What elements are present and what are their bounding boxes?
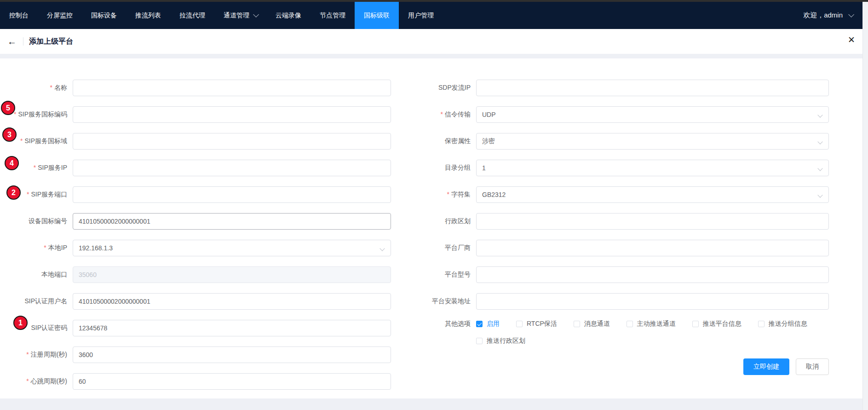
nav-tab-label: 节点管理	[320, 12, 345, 20]
name-input[interactable]	[73, 80, 391, 96]
form-row-sip-gb-code: SIP服务国标编码	[0, 101, 391, 128]
form-row-local-ip: 本地IP 192.168.1.3	[0, 235, 391, 261]
nav-tab-gb-cascade-active[interactable]: 国标级联	[355, 2, 399, 29]
local-ip-select[interactable]: 192.168.1.3	[73, 240, 391, 256]
annotation-marker-4: 4	[5, 156, 19, 170]
checkbox-icon	[758, 321, 765, 327]
nav-tab-node-mgmt[interactable]: 节点管理	[310, 2, 355, 29]
nav-tab-label: 控制台	[9, 12, 29, 20]
user-menu[interactable]: 欢迎，admin	[803, 2, 852, 29]
sip-server-port-input[interactable]	[73, 186, 391, 203]
select-value: GB2312	[482, 191, 506, 198]
field-label: 平台型号	[359, 271, 476, 279]
annotation-marker-1: 1	[13, 316, 28, 330]
field-label: 平台安装地址	[359, 297, 476, 306]
nav-tab-channel-mgmt[interactable]: 通道管理	[214, 2, 266, 29]
checkbox-label: 主动推送通道	[637, 320, 676, 328]
checkbox-message-channel[interactable]: 消息通道	[574, 320, 610, 328]
chevron-down-icon	[817, 166, 822, 171]
sip-auth-password-input[interactable]	[73, 320, 391, 336]
field-label: 心跳周期(秒)	[0, 377, 73, 386]
sdp-ip-input[interactable]	[476, 80, 829, 96]
form-row-sip-gb-domain: SIP服务国标域	[0, 128, 391, 155]
platform-vendor-input[interactable]	[476, 240, 829, 256]
nav-tab-cloud-record[interactable]: 云端录像	[266, 2, 310, 29]
chevron-down-icon	[848, 12, 854, 17]
form-right-column: SDP发流IP 信令传输 UDP 保密属性 涉密 目录分组	[359, 75, 829, 380]
form-left-column: 名称 SIP服务国标编码 SIP服务国标域 SIP服务IP SIP服务端口 设备…	[0, 75, 391, 395]
nav-tab-pull-proxy[interactable]: 拉流代理	[170, 2, 214, 29]
nav-tab-label: 国标级联	[364, 12, 390, 20]
device-gb-id-input[interactable]	[73, 213, 391, 230]
checkbox-label: RTCP保活	[527, 320, 557, 328]
nav-tab-label: 国标设备	[91, 12, 117, 20]
nav-tab-user-mgmt[interactable]: 用户管理	[399, 2, 443, 29]
signal-transport-select[interactable]: UDP	[476, 106, 829, 123]
select-value: 涉密	[482, 137, 495, 145]
form-row-name: 名称	[0, 75, 391, 101]
annotation-marker-2: 2	[6, 185, 21, 200]
sip-gb-domain-input[interactable]	[73, 133, 391, 150]
select-value: 192.168.1.3	[79, 244, 113, 252]
checkbox-push-platform-info[interactable]: 推送平台信息	[692, 320, 742, 328]
nav-tab-gb-devices[interactable]: 国标设备	[82, 2, 126, 29]
checkbox-icon	[476, 338, 483, 344]
nav-tab-push-list[interactable]: 推流列表	[126, 2, 170, 29]
checkbox-active-push-channel[interactable]: 主动推送通道	[627, 320, 676, 328]
heartbeat-period-input[interactable]	[73, 373, 391, 390]
top-navigation-bar: 控制台 分屏监控 国标设备 推流列表 拉流代理 通道管理 云端录像 节点管理 国…	[0, 2, 868, 29]
field-label: SIP认证密码	[0, 324, 73, 332]
form-row-device-gb-id: 设备国标编号	[0, 208, 391, 235]
checkbox-label: 推送行政区划	[487, 337, 525, 345]
field-label: 信令传输	[359, 110, 476, 119]
checkbox-icon	[627, 321, 633, 327]
cancel-button[interactable]: 取消	[796, 358, 829, 375]
field-label: 本地IP	[0, 244, 73, 252]
sip-server-ip-input[interactable]	[73, 160, 391, 176]
form-header-bar: ← 添加上级平台 ✕	[0, 29, 868, 54]
nav-tab-label: 分屏监控	[47, 12, 73, 20]
user-greeting: 欢迎，admin	[803, 11, 843, 20]
form-row-other-options: 其他选项 启用 RTCP保活 消息通道 主动推送通道	[359, 315, 829, 333]
form-row-register-period: 注册周期(秒)	[0, 341, 391, 368]
vertical-scrollbar[interactable]	[862, 2, 868, 410]
form-row-sip-server-port: SIP服务端口	[0, 181, 391, 208]
close-icon[interactable]: ✕	[848, 35, 855, 44]
checkbox-push-group-info[interactable]: 推送分组信息	[758, 320, 807, 328]
local-port-input-disabled	[73, 266, 391, 283]
chevron-down-icon	[817, 112, 822, 117]
checkbox-icon	[516, 321, 523, 327]
admin-division-input[interactable]	[476, 213, 829, 230]
annotation-marker-3: 3	[2, 127, 17, 142]
checkbox-icon	[692, 321, 699, 327]
create-button[interactable]: 立即创建	[743, 358, 789, 375]
form-row-platform-vendor: 平台厂商	[359, 235, 829, 261]
directory-group-select[interactable]: 1	[476, 160, 829, 176]
platform-address-input[interactable]	[476, 293, 829, 310]
charset-select[interactable]: GB2312	[476, 186, 829, 203]
platform-model-input[interactable]	[476, 266, 829, 283]
back-arrow-icon[interactable]: ←	[7, 37, 17, 46]
form-row-heartbeat-period: 心跳周期(秒)	[0, 368, 391, 395]
nav-tab-label: 推流列表	[135, 12, 161, 20]
page-title: 添加上级平台	[29, 37, 73, 46]
form-row-sip-server-ip: SIP服务IP	[0, 155, 391, 181]
checkbox-label: 推送分组信息	[769, 320, 807, 328]
sip-gb-code-input[interactable]	[73, 106, 391, 123]
field-label: 设备国标编号	[0, 217, 73, 225]
checkbox-push-admin-division[interactable]: 推送行政区划	[476, 337, 525, 345]
add-platform-form-card: 名称 SIP服务国标编码 SIP服务国标域 SIP服务IP SIP服务端口 设备…	[0, 58, 868, 398]
field-label: 注册周期(秒)	[0, 351, 73, 359]
nav-tab-label: 云端录像	[276, 12, 301, 20]
form-row-secrecy: 保密属性 涉密	[359, 128, 829, 155]
nav-tab-split-monitor[interactable]: 分屏监控	[38, 2, 82, 29]
form-row-platform-address: 平台安装地址	[359, 288, 829, 315]
secrecy-select[interactable]: 涉密	[476, 133, 829, 150]
sip-auth-username-input[interactable]	[73, 293, 391, 310]
form-row-platform-model: 平台型号	[359, 261, 829, 288]
field-label: SDP发流IP	[359, 84, 476, 92]
checkbox-rtcp-keepalive[interactable]: RTCP保活	[516, 320, 557, 328]
register-period-input[interactable]	[73, 346, 391, 363]
nav-tab-console[interactable]: 控制台	[0, 2, 38, 29]
checkbox-enable[interactable]: 启用	[476, 320, 500, 328]
